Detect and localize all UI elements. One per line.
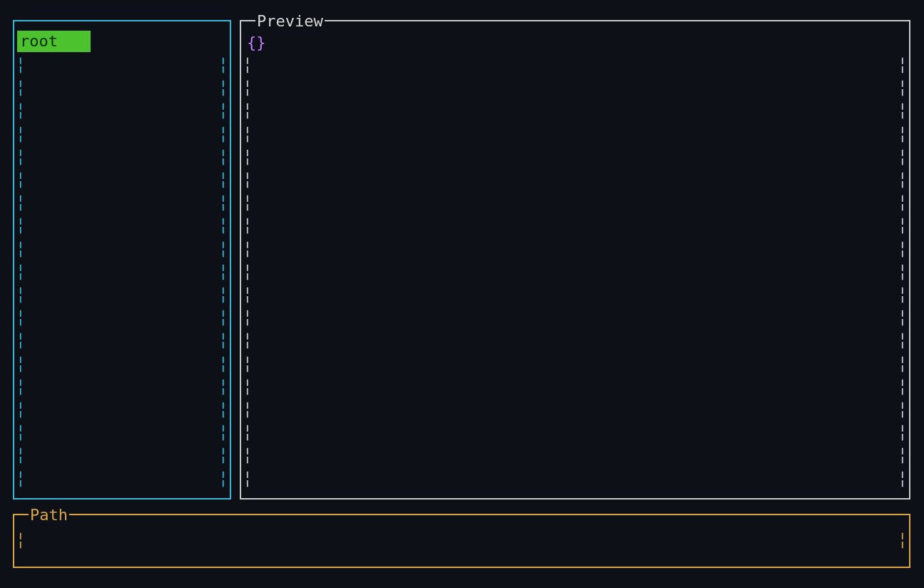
- tree-dash-left-icon: ╎ ╎ ╎ ╎ ╎ ╎ ╎ ╎ ╎ ╎ ╎ ╎ ╎ ╎ ╎ ╎ ╎ ╎ ╎: [16, 54, 26, 491]
- tree-panel[interactable]: root ╎ ╎ ╎ ╎ ╎ ╎ ╎ ╎ ╎ ╎ ╎ ╎ ╎ ╎ ╎ ╎ ╎ ╎…: [13, 20, 231, 500]
- preview-content: {}: [247, 31, 903, 54]
- path-dash-left-icon: ╎: [16, 529, 26, 559]
- path-dash-right-icon: ╎: [898, 529, 908, 559]
- preview-dash-right-icon: ╎ ╎ ╎ ╎ ╎ ╎ ╎ ╎ ╎ ╎ ╎ ╎ ╎ ╎ ╎ ╎ ╎ ╎ ╎: [898, 54, 908, 491]
- path-panel[interactable]: Path ╎ ╎: [13, 514, 910, 568]
- tree-content: root: [17, 30, 227, 495]
- tree-dash-right-icon: ╎ ╎ ╎ ╎ ╎ ╎ ╎ ╎ ╎ ╎ ╎ ╎ ╎ ╎ ╎ ╎ ╎ ╎ ╎: [218, 54, 228, 491]
- preview-title: Preview: [255, 10, 325, 33]
- preview-dash-left-icon: ╎ ╎ ╎ ╎ ╎ ╎ ╎ ╎ ╎ ╎ ╎ ╎ ╎ ╎ ╎ ╎ ╎ ╎ ╎: [243, 54, 253, 491]
- tree-item-root[interactable]: root: [17, 31, 91, 52]
- preview-panel: Preview {} ╎ ╎ ╎ ╎ ╎ ╎ ╎ ╎ ╎ ╎ ╎ ╎ ╎ ╎ ╎…: [240, 20, 910, 500]
- path-title: Path: [29, 504, 69, 527]
